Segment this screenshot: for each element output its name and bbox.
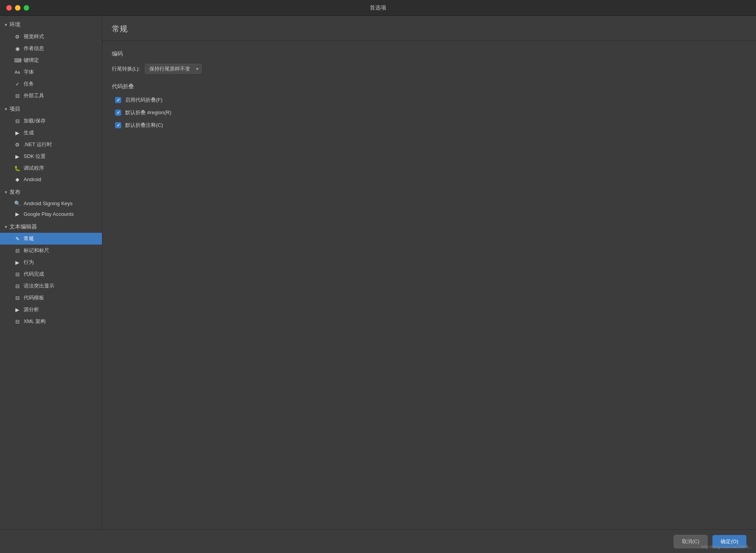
sidebar-item-label: 字体: [24, 69, 34, 76]
checkbox-label-default-fold-comments: 默认折叠注释(C): [125, 122, 163, 129]
edit-icon: ✎: [14, 236, 20, 242]
sidebar-item-keybinding[interactable]: ⌨ 键绑定: [0, 54, 102, 66]
footer: 取消(C) 确定(O): [0, 529, 756, 553]
sidebar: ▾ 环境 ⚙ 视觉样式 ◉ 作者信息 ⌨ 键绑定 Aa 字体 ✓ 任务: [0, 16, 102, 529]
sidebar-item-label: SDK 位置: [24, 153, 46, 160]
code-fold-section: 代码折叠 启用代码折叠(F) 默认折叠 #region(R) 默认折叠注释(C): [112, 83, 747, 129]
sidebar-item-code-template[interactable]: ⊟ 代码模板: [0, 292, 102, 304]
sidebar-item-build[interactable]: ▶ 生成: [0, 127, 102, 139]
page-title: 常规: [112, 24, 747, 34]
sidebar-item-label: 源分析: [24, 306, 39, 313]
chevron-environment-icon: ▾: [5, 22, 7, 28]
chevron-project-icon: ▾: [5, 106, 7, 112]
sidebar-section-header-publish[interactable]: ▾ 发布: [0, 186, 102, 198]
sidebar-item-visual-style[interactable]: ⚙ 视觉样式: [0, 31, 102, 43]
sidebar-item-label: 作者信息: [24, 45, 44, 52]
sidebar-item-markers-rulers[interactable]: ⊟ 标记和标尺: [0, 245, 102, 256]
sidebar-item-debugger[interactable]: 🐛 调试程序: [0, 162, 102, 174]
sidebar-item-label: 视觉样式: [24, 33, 44, 40]
sidebar-section-publish: ▾ 发布 🔍 Android Signing Keys ▶ Google Pla…: [0, 186, 102, 219]
sidebar-item-label: 常规: [24, 235, 34, 242]
completion-icon: ⊟: [14, 271, 20, 277]
sidebar-section-header-environment[interactable]: ▾ 环境: [0, 19, 102, 31]
analysis-icon: ▶: [14, 307, 20, 313]
font-icon: Aa: [14, 70, 20, 74]
sidebar-section-label-publish: 发布: [9, 189, 20, 196]
sidebar-item-label: Android Signing Keys: [24, 200, 72, 206]
sidebar-item-label: 外部工具: [24, 92, 44, 99]
maximize-button[interactable]: [24, 5, 29, 11]
keyboard-icon: ⌨: [14, 58, 20, 63]
sidebar-item-external-tools[interactable]: ⊟ 外部工具: [0, 90, 102, 102]
sidebar-item-author-info[interactable]: ◉ 作者信息: [0, 43, 102, 54]
file-icon: ⊟: [14, 118, 20, 124]
markers-icon: ⊟: [14, 248, 20, 254]
titlebar: 首选项: [0, 0, 756, 16]
bug-icon: 🐛: [14, 165, 20, 171]
right-panel: 常规 编码 行尾转换(L): 保持行尾原样不变 Windows (\r\n) U…: [102, 16, 756, 529]
sidebar-item-label: XML 架构: [24, 318, 46, 325]
checkbox-label-enable-code-folding: 启用代码折叠(F): [125, 96, 163, 104]
template-icon: ⊟: [14, 295, 20, 301]
close-button[interactable]: [6, 5, 12, 11]
behavior-icon: ▶: [14, 260, 20, 265]
sidebar-item-sdk-location[interactable]: ▶ SDK 位置: [0, 150, 102, 162]
sidebar-item-dotnet-runtime[interactable]: ⚙ .NET 运行时: [0, 139, 102, 150]
window-controls: [6, 5, 29, 11]
sidebar-section-environment: ▾ 环境 ⚙ 视觉样式 ◉ 作者信息 ⌨ 键绑定 Aa 字体 ✓ 任务: [0, 19, 102, 102]
sidebar-item-font[interactable]: Aa 字体: [0, 66, 102, 78]
checkbox-row-default-fold-comments: 默认折叠注释(C): [112, 122, 747, 129]
sidebar-item-label: 代码完成: [24, 271, 44, 278]
android-icon: ◆: [14, 176, 20, 182]
panel-body: 编码 行尾转换(L): 保持行尾原样不变 Windows (\r\n) Unix…: [102, 41, 756, 529]
chevron-publish-icon: ▾: [5, 189, 7, 195]
line-ending-label: 行尾转换(L):: [112, 65, 140, 72]
sidebar-section-label-environment: 环境: [9, 21, 20, 28]
checkmark-icon: ✓: [14, 81, 20, 87]
encoding-section-label: 编码: [112, 50, 747, 58]
sidebar-section-header-text-editor[interactable]: ▾ 文本编辑器: [0, 221, 102, 233]
checkbox-default-fold-comments[interactable]: [115, 122, 121, 128]
sidebar-section-label-project: 项目: [9, 106, 20, 113]
gear-icon: ⚙: [14, 34, 20, 40]
window-title: 首选项: [370, 4, 386, 11]
sidebar-section-header-project[interactable]: ▾ 项目: [0, 103, 102, 115]
checkbox-default-fold-region[interactable]: [115, 109, 121, 116]
sidebar-item-xml-schema[interactable]: ⊟ XML 架构: [0, 315, 102, 327]
sidebar-item-google-play-accounts[interactable]: ▶ Google Play Accounts: [0, 209, 102, 219]
sidebar-item-label: 键绑定: [24, 57, 39, 64]
person-icon: ◉: [14, 46, 20, 52]
checkbox-label-default-fold-region: 默认折叠 #region(R): [125, 109, 171, 116]
sidebar-item-behavior[interactable]: ▶ 行为: [0, 256, 102, 268]
code-fold-section-label: 代码折叠: [112, 83, 747, 90]
syntax-icon: ⊟: [14, 283, 20, 289]
sidebar-item-task[interactable]: ✓ 任务: [0, 78, 102, 90]
main-content: ▾ 环境 ⚙ 视觉样式 ◉ 作者信息 ⌨ 键绑定 Aa 字体 ✓ 任务: [0, 16, 756, 529]
watermark: http://blog.csdn.net/WFA...: [701, 544, 752, 549]
sidebar-item-code-completion[interactable]: ⊟ 代码完成: [0, 268, 102, 280]
sidebar-item-general[interactable]: ✎ 常规: [0, 233, 102, 245]
play-icon: ▶: [14, 130, 20, 136]
sidebar-item-android[interactable]: ◆ Android: [0, 174, 102, 185]
encoding-row: 行尾转换(L): 保持行尾原样不变 Windows (\r\n) Unix (\…: [112, 64, 747, 74]
sidebar-item-android-signing-keys[interactable]: 🔍 Android Signing Keys: [0, 198, 102, 209]
sidebar-item-label: 标记和标尺: [24, 247, 49, 254]
tools-icon: ⊟: [14, 93, 20, 99]
sidebar-item-label: 生成: [24, 129, 34, 136]
sidebar-section-label-text-editor: 文本编辑器: [9, 223, 37, 230]
sidebar-item-label: Google Play Accounts: [24, 211, 74, 217]
sidebar-item-label: 代码模板: [24, 294, 44, 301]
sidebar-item-label: .NET 运行时: [24, 141, 52, 148]
line-ending-select-wrapper: 保持行尾原样不变 Windows (\r\n) Unix (\n) Mac (\…: [145, 64, 202, 74]
checkbox-enable-code-folding[interactable]: [115, 97, 121, 103]
chevron-text-editor-icon: ▾: [5, 224, 7, 230]
line-ending-select[interactable]: 保持行尾原样不变 Windows (\r\n) Unix (\n) Mac (\…: [145, 64, 202, 74]
sidebar-item-source-analysis[interactable]: ▶ 源分析: [0, 304, 102, 315]
sidebar-item-label: 加载/保存: [24, 117, 46, 124]
search-icon: 🔍: [14, 200, 20, 206]
sidebar-item-syntax-highlight[interactable]: ⊟ 语法突出显示: [0, 280, 102, 292]
sidebar-item-load-save[interactable]: ⊟ 加载/保存: [0, 115, 102, 127]
minimize-button[interactable]: [15, 5, 20, 11]
sidebar-item-label: 语法突出显示: [24, 282, 54, 289]
folder-icon: ▶: [14, 154, 20, 160]
